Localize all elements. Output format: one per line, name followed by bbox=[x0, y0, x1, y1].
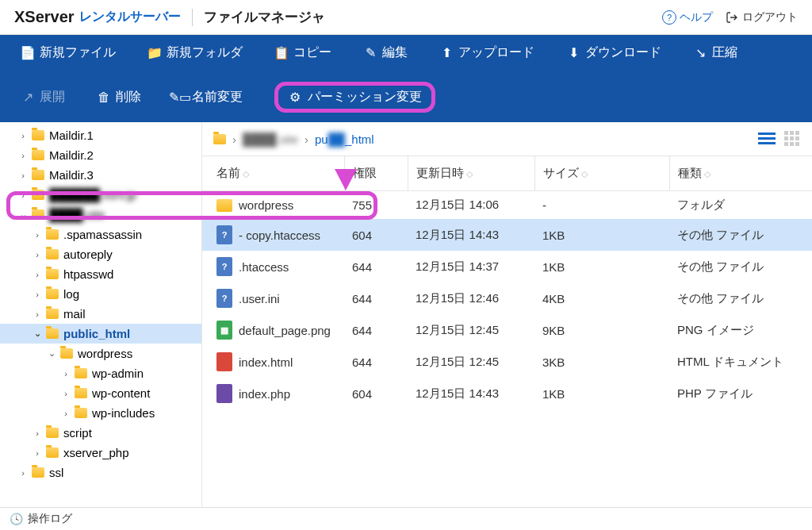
tree-item[interactable]: ⌄public_html bbox=[0, 324, 201, 344]
edit-button[interactable]: ✎編集 bbox=[363, 44, 408, 61]
chevron-icon: › bbox=[33, 290, 41, 299]
chevron-icon: ⌄ bbox=[33, 328, 41, 339]
clock-icon: 🕓 bbox=[10, 513, 23, 525]
file-size: - bbox=[534, 191, 669, 220]
chevron-icon: › bbox=[33, 250, 41, 259]
tree-label: htpasswd bbox=[63, 267, 113, 281]
table-row[interactable]: index.html64412月15日 12:453KBHTML ドキュメント bbox=[202, 346, 812, 378]
tree-label: autoreply bbox=[63, 248, 113, 261]
tree-item[interactable]: ›ssl bbox=[0, 463, 201, 482]
new-folder-button[interactable]: 📁新規フォルダ bbox=[147, 44, 243, 61]
folder-icon bbox=[32, 170, 44, 180]
table-row[interactable]: wordpress75512月15日 14:06-フォルダ bbox=[202, 191, 812, 220]
expand-button[interactable]: ↗展開 bbox=[21, 89, 65, 106]
folder-tree[interactable]: ›Maildir.1›Maildir.2›Maildir.3›██████.xs… bbox=[0, 122, 202, 506]
app-title: ファイルマネージャ bbox=[204, 8, 325, 26]
list-view-button[interactable] bbox=[758, 130, 776, 148]
chevron-right-icon: › bbox=[232, 132, 236, 146]
table-row[interactable]: ▦default_page.png64412月15日 12:459KBPNG イ… bbox=[202, 314, 812, 346]
folder-icon bbox=[46, 269, 59, 279]
col-size[interactable]: サイズ◇ bbox=[534, 156, 669, 191]
chevron-icon: › bbox=[62, 409, 70, 418]
table-row[interactable]: ?.user.ini64412月15日 12:464KBその他 ファイル bbox=[202, 282, 812, 314]
trash-icon: 🗑 bbox=[97, 90, 111, 105]
upload-button[interactable]: ⬆アップロード bbox=[439, 44, 534, 61]
svg-rect-9 bbox=[784, 142, 788, 146]
folder-icon bbox=[75, 368, 87, 378]
tree-item[interactable]: ›xserver_php bbox=[0, 443, 201, 463]
chevron-right-icon: › bbox=[304, 132, 308, 146]
tree-item[interactable]: ›██████.xsrv.jp bbox=[0, 185, 201, 205]
col-date[interactable]: 更新日時◇ bbox=[408, 156, 534, 191]
folder-icon bbox=[46, 447, 59, 458]
file-name: wordpress bbox=[239, 198, 293, 212]
tree-item[interactable]: ›wp-content bbox=[0, 383, 201, 403]
tree-item[interactable]: ⌄wordpress bbox=[0, 344, 201, 363]
svg-rect-3 bbox=[784, 131, 788, 135]
delete-button[interactable]: 🗑削除 bbox=[97, 89, 141, 106]
folder-icon bbox=[60, 348, 73, 359]
file-perm: 755 bbox=[344, 191, 408, 220]
grid-view-button[interactable] bbox=[783, 130, 801, 148]
download-button[interactable]: ⬇ダウンロード bbox=[566, 44, 661, 61]
file-name: .user.ini bbox=[239, 292, 280, 305]
file-date: 12月15日 12:46 bbox=[408, 282, 534, 314]
file-date: 12月15日 14:43 bbox=[408, 378, 534, 409]
tree-label: script bbox=[63, 426, 92, 440]
svg-rect-0 bbox=[758, 132, 776, 135]
col-type[interactable]: 種類◇ bbox=[669, 156, 812, 191]
tree-label: public_html bbox=[63, 327, 130, 340]
folder-icon bbox=[46, 309, 59, 319]
table-row[interactable]: index.php60412月15日 14:431KBPHP ファイル bbox=[202, 378, 812, 409]
tree-item[interactable]: ›wp-includes bbox=[0, 403, 201, 423]
tree-item[interactable]: ⌄████.site bbox=[0, 205, 201, 225]
file-type: その他 ファイル bbox=[669, 219, 812, 251]
folder-icon bbox=[46, 249, 59, 259]
folder-icon bbox=[46, 289, 59, 299]
tree-item[interactable]: ›log bbox=[0, 284, 201, 304]
tree-item[interactable]: ›wp-admin bbox=[0, 363, 201, 383]
file-perm: 604 bbox=[344, 219, 408, 251]
svg-rect-1 bbox=[758, 137, 776, 140]
compress-button[interactable]: ↘圧縮 bbox=[693, 44, 737, 61]
file-name: .htaccess bbox=[239, 260, 289, 274]
help-link[interactable]: ヘルプ bbox=[662, 10, 713, 25]
table-row[interactable]: ?.htaccess64412月15日 14:371KBその他 ファイル bbox=[202, 251, 812, 282]
file-perm: 644 bbox=[344, 282, 408, 314]
chevron-icon: ⌄ bbox=[19, 209, 27, 220]
tree-item[interactable]: ›Maildir.1 bbox=[0, 125, 201, 145]
rename-button[interactable]: ✎▭名前変更 bbox=[173, 89, 243, 106]
logout-button[interactable]: ログアウト bbox=[726, 10, 798, 25]
chevron-icon: › bbox=[19, 468, 27, 478]
tree-item[interactable]: ›Maildir.3 bbox=[0, 165, 201, 185]
tree-label: Maildir.1 bbox=[49, 129, 94, 142]
chevron-icon: › bbox=[19, 190, 27, 200]
op-log-button[interactable]: 操作ログ bbox=[28, 512, 72, 526]
col-name[interactable]: 名前◇ bbox=[202, 156, 344, 191]
tree-label: ssl bbox=[49, 466, 63, 479]
tree-item[interactable]: ›script bbox=[0, 423, 201, 443]
permission-button[interactable]: ⚙パーミッション変更 bbox=[288, 89, 422, 106]
tree-item[interactable]: ›mail bbox=[0, 304, 201, 324]
tree-label: ██████.xsrv.jp bbox=[49, 188, 136, 202]
file-size: 1KB bbox=[534, 251, 669, 282]
svg-rect-11 bbox=[795, 142, 799, 146]
table-row[interactable]: ?- copy.htaccess60412月15日 14:431KBその他 ファ… bbox=[202, 219, 812, 251]
sliders-icon: ⚙ bbox=[288, 90, 302, 105]
divider bbox=[192, 9, 193, 26]
tree-label: wp-includes bbox=[92, 406, 155, 420]
arrow-annotation bbox=[330, 125, 362, 192]
tree-item[interactable]: ›.spamassassin bbox=[0, 225, 201, 244]
copy-button[interactable]: 📋コピー bbox=[274, 44, 331, 61]
download-icon: ⬇ bbox=[566, 46, 580, 60]
breadcrumb-seg-1[interactable]: ████.site bbox=[243, 132, 298, 146]
chevron-icon: › bbox=[19, 131, 27, 140]
tree-item[interactable]: ›Maildir.2 bbox=[0, 145, 201, 165]
tree-label: .spamassassin bbox=[63, 228, 142, 241]
tree-item[interactable]: ›htpasswd bbox=[0, 264, 201, 284]
new-file-button[interactable]: 📄新規ファイル bbox=[21, 44, 116, 61]
tree-item[interactable]: ›autoreply bbox=[0, 244, 201, 264]
file-size: 4KB bbox=[534, 282, 669, 314]
permission-highlight: ⚙パーミッション変更 bbox=[274, 82, 435, 113]
tree-label: wordpress bbox=[78, 347, 132, 360]
